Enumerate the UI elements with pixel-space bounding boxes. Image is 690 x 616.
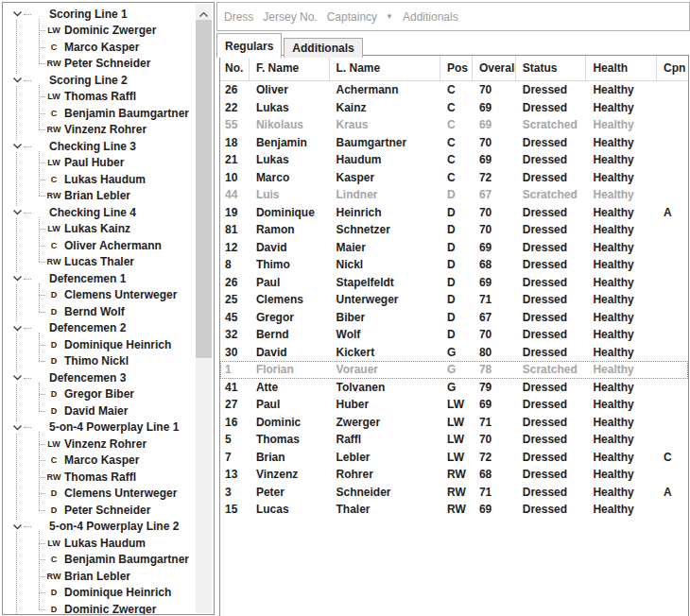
chevron-down-icon[interactable] [10,75,24,86]
captaincy-dropdown[interactable]: Captaincy ▼ [327,10,393,24]
cell-last: Maier [330,241,441,254]
tree-player-row[interactable]: LWPaul Huber [3,155,194,172]
tree-player-row[interactable]: DDominic Zwerger [3,601,194,614]
tree-group-row[interactable]: Defencemen 2 [3,320,194,337]
tree-player-row[interactable]: DClemens Unterweger [3,287,194,304]
tab-additionals[interactable]: Additionals [284,38,362,58]
tree-player-row[interactable]: RWLucas Thaler [3,254,194,271]
tree-player-row[interactable]: LWLukas Haudum [3,535,194,552]
tree-group-row[interactable]: Scoring Line 2 [3,72,194,89]
tree-player-row[interactable]: DDavid Maier [3,402,194,419]
column-header-cpn[interactable]: Cpn [657,56,688,80]
table-row[interactable]: 26PaulStapelfeldtD69DressedHealthy [220,274,688,292]
tree-player-row[interactable]: RWBrian Lebler [3,188,194,205]
tree-player-row[interactable]: RWPeter Schneider [3,56,194,73]
tree-player-row[interactable]: RWVinzenz Rohrer [3,122,194,139]
table-row[interactable]: 27PaulHuberLW69DressedHealthy [220,396,688,414]
table-row[interactable]: 19DominiqueHeinrichD70DressedHealthyA [220,204,688,222]
jersey-no-button[interactable]: Jersey No. [263,10,317,24]
table-row[interactable]: 81RamonSchnetzerD70DressedHealthy [220,221,688,239]
tree-player-row[interactable]: DThimo Nickl [3,353,194,370]
tree-player-row[interactable]: LWVinzenz Rohrer [3,436,194,453]
column-header-health[interactable]: Health [586,56,657,80]
chevron-down-icon[interactable] [10,521,24,532]
table-row[interactable]: 1FlorianVorauerG78ScratchedHealthy [220,361,688,379]
tree-group: 5-on-4 Powerplay Line 1LWVinzenz RohrerC… [3,419,194,519]
tree-group-row[interactable]: Checking Line 3 [3,138,194,155]
tree-player-row[interactable]: LWThomas Raffl [3,89,194,106]
cell-pos: D [440,206,473,219]
cell-pos: RW [440,503,473,516]
tree-player-row[interactable]: LWLukas Kainz [3,221,194,238]
tree-player-row[interactable]: CBenjamin Baumgartner [3,552,194,569]
chevron-down-icon[interactable] [10,322,24,334]
table-row[interactable]: 5ThomasRafflLW70DressedHealthy [220,431,688,449]
column-header-pos[interactable]: Pos [440,56,473,80]
scrollbar-thumb[interactable] [196,20,212,358]
table-row[interactable]: 18BenjaminBaumgartnerC70DressedHealthy [220,134,688,152]
tab-regulars[interactable]: Regulars [216,33,282,58]
dress-button[interactable]: Dress [224,10,253,24]
table-row[interactable]: 8ThimoNicklD68DressedHealthy [220,256,688,274]
tree-player-row[interactable]: LWDominic Zwerger [3,23,194,40]
table-row[interactable]: 12DavidMaierD69DressedHealthy [220,239,688,257]
tree-player-row[interactable]: CLukas Haudum [3,171,194,188]
column-header-overall[interactable]: Overall [473,56,516,80]
tree-player-row[interactable]: CMarco Kasper [3,453,194,470]
table-row[interactable]: 22LukasKainzC69DressedHealthy [220,99,688,117]
table-row[interactable]: 3PeterSchneiderRW71DressedHealthyA [220,484,688,502]
tree-player-row[interactable]: DDominique Heinrich [3,585,194,602]
table-row[interactable]: 7BrianLeblerLW72DressedHealthyC [220,449,688,467]
tree-player-row[interactable]: CBenjamin Baumgartner [3,105,194,122]
tree-player-row[interactable]: RWBrian Lebler [3,568,194,585]
tree-player-row[interactable]: DGregor Biber [3,386,194,403]
chevron-down-icon[interactable] [10,207,24,218]
tree-player-row[interactable]: COliver Achermann [3,237,194,254]
column-header-l-name[interactable]: L. Name [330,56,441,80]
cell-overall: 78 [473,363,516,376]
table-row[interactable]: 44LuisLindnerD67ScratchedHealthy [220,186,688,204]
chevron-down-icon[interactable] [10,421,24,433]
column-header-no[interactable]: No. [220,56,250,80]
table-row[interactable]: 25ClemensUnterwegerD71DressedHealthy [220,291,688,309]
tree-player-row[interactable]: CMarco Kasper [3,39,194,56]
table-row[interactable]: 26OliverAchermannC70DressedHealthy [220,81,688,99]
table-row[interactable]: 21LukasHaudumC69DressedHealthy [220,151,688,169]
tree-group-row[interactable]: Defencemen 1 [3,270,194,287]
column-header-f-name[interactable]: F. Name [250,56,330,80]
table-row[interactable]: 55NikolausKrausC69ScratchedHealthy [220,116,688,134]
tree-group-row[interactable]: Defencemen 3 [3,369,194,386]
tree-player-row[interactable]: RWThomas Raffl [3,469,194,486]
table-row[interactable]: 10MarcoKasperC72DressedHealthy [220,169,688,187]
table-row[interactable]: 41AtteTolvanenG79DressedHealthy [220,379,688,397]
cell-health: Healthy [586,346,657,359]
tree-player-row[interactable]: DPeter Schneider [3,502,194,519]
table-row[interactable]: 45GregorBiberD67DressedHealthy [220,309,688,327]
chevron-down-icon[interactable] [10,9,24,20]
tree-player-row[interactable]: DClemens Unterweger [3,486,194,503]
column-header-status[interactable]: Status [516,56,587,80]
cell-pos: C [440,171,473,184]
chevron-down-icon[interactable] [10,372,24,384]
table-row[interactable]: 16DominicZwergerLW71DressedHealthy [220,414,688,432]
cell-health: Healthy [586,101,657,114]
tree-scrollbar[interactable] [196,4,212,613]
tree-player-row[interactable]: DDominique Heinrich [3,336,194,353]
cell-status: Dressed [516,223,587,236]
table-row[interactable]: 15LucasThalerRW69DressedHealthy [220,501,688,519]
tree-player-row[interactable]: DBernd Wolf [3,303,194,320]
scrollbar-up-button[interactable] [196,4,212,20]
tree-group-row[interactable]: 5-on-4 Powerplay Line 1 [3,419,194,436]
cell-no: 15 [220,503,250,516]
tree-group-row[interactable]: 5-on-4 Powerplay Line 2 [3,519,194,536]
tree-group-row[interactable]: Scoring Line 1 [3,6,194,23]
cell-overall: 70 [473,136,516,149]
table-row[interactable]: 30DavidKickertG80DressedHealthy [220,344,688,362]
table-row[interactable]: 32BerndWolfD70DressedHealthy [220,326,688,344]
chevron-down-icon[interactable] [10,141,24,152]
tree-group: Defencemen 1DClemens UnterwegerDBernd Wo… [3,270,194,320]
tree-group-row[interactable]: Checking Line 4 [3,204,194,221]
table-row[interactable]: 13VinzenzRohrerRW68DressedHealthy [220,466,688,484]
chevron-down-icon[interactable] [10,273,24,284]
additionals-button[interactable]: Additionals [403,10,458,24]
